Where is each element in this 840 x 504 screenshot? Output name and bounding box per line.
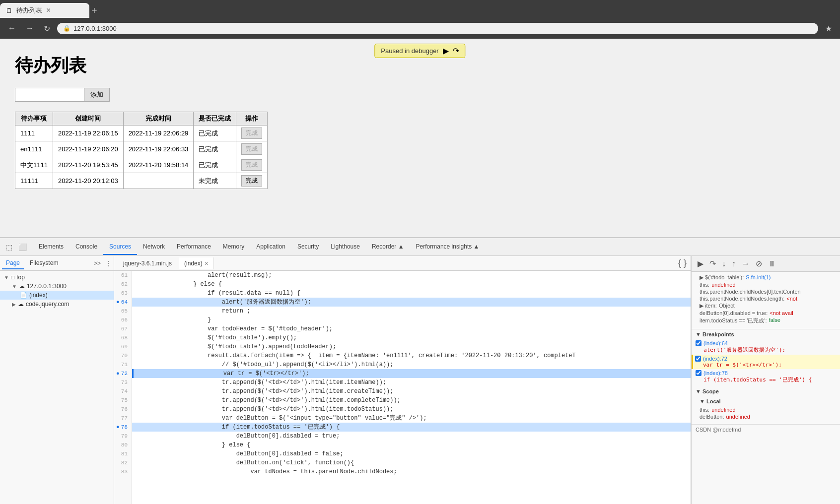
code-line-80: } else { [132, 441, 691, 449]
line-number-61[interactable]: 61 [114, 271, 132, 280]
devtools-tab-performance-insights-▲[interactable]: Performance insights ▲ [410, 239, 486, 255]
table-cell-action: 完成 [236, 141, 268, 157]
line-number-77[interactable]: 77 [114, 414, 132, 423]
code-line-67: var todoHeader = $('#todo_header'); [132, 324, 691, 333]
devtools-tab-application[interactable]: Application [250, 239, 291, 255]
line-number-79[interactable]: 79 [114, 432, 132, 441]
address-bar[interactable]: 🔒 127.0.0.1:3000 [57, 23, 818, 34]
extensions-button[interactable]: ★ [822, 22, 835, 35]
watch-row-4: this.parentNode.childNodes.length: <not [700, 295, 836, 302]
devtools-tab-sources[interactable]: Sources [103, 239, 137, 255]
step-btn[interactable]: → [740, 258, 752, 269]
sidebar-options-button[interactable]: ⋮ [105, 259, 112, 267]
line-number-73[interactable]: 73 [114, 378, 132, 387]
devtools-tab-memory[interactable]: Memory [217, 239, 250, 255]
line-number-69[interactable]: 69 [114, 342, 132, 351]
devtools-tab-performance[interactable]: Performance [171, 239, 217, 255]
resume-button[interactable]: ▶ [443, 46, 449, 56]
step-into-btn[interactable]: ↓ [720, 258, 728, 269]
forward-button[interactable]: → [23, 22, 37, 35]
line-number-83[interactable]: 83 [114, 467, 132, 476]
code-line-79: delButton[0].disabled = true; [132, 432, 691, 441]
devtools-body: Page Filesystem >> ⋮ ▼ □ top ▼ ☁ 127.0.0… [0, 256, 840, 504]
complete-button[interactable]: 完成 [241, 159, 262, 171]
devtools-tab-network[interactable]: Network [137, 239, 171, 255]
tree-item-host[interactable]: ▼ ☁ 127.0.0.1:3000 [0, 282, 114, 291]
back-button[interactable]: ← [5, 22, 19, 35]
devtools-tab-security[interactable]: Security [291, 239, 325, 255]
reload-button[interactable]: ↻ [41, 22, 53, 35]
code-line-70: result.data.forEach(item => { item = {it… [132, 351, 691, 360]
tree-item-jquery[interactable]: ▶ ☁ code.jquery.com [0, 300, 114, 309]
line-number-64[interactable]: 64 [114, 298, 132, 307]
file-tab-index-label: (index) [184, 260, 203, 267]
code-line-68: $('#todo_table').empty(); [132, 333, 691, 342]
pause-resume-button[interactable]: ▶ [696, 258, 705, 269]
inspect-element-button[interactable]: ⬚ [4, 241, 14, 253]
line-number-81[interactable]: 81 [114, 449, 132, 458]
tree-arrow-jquery: ▶ [12, 302, 16, 307]
complete-button[interactable]: 完成 [241, 143, 262, 155]
line-number-75[interactable]: 75 [114, 396, 132, 405]
table-cell-item: 中文1111 [15, 157, 53, 173]
code-line-63: if (result.data == null) { [132, 289, 691, 298]
line-number-78[interactable]: 78 [114, 423, 132, 432]
tree-item-top[interactable]: ▼ □ top [0, 273, 114, 282]
bp-checkbox-78[interactable] [696, 370, 701, 376]
tab-page[interactable]: Page [2, 257, 24, 269]
step-over-btn[interactable]: ↷ [707, 258, 718, 269]
local-scope-header[interactable]: ▼ Local [692, 396, 840, 406]
code-line-62: } else { [132, 280, 691, 289]
line-number-70[interactable]: 70 [114, 351, 132, 360]
code-line-83: var tdNodes = this.parentNode.childNodes… [132, 467, 691, 476]
line-number-82[interactable]: 82 [114, 458, 132, 467]
scope-header[interactable]: ▼ Scope [692, 386, 840, 396]
device-toolbar-button[interactable]: ⬜ [16, 241, 29, 253]
line-number-76[interactable]: 76 [114, 405, 132, 414]
line-number-66[interactable]: 66 [114, 315, 132, 324]
table-cell-action: 完成 [236, 173, 268, 189]
breakpoints-header[interactable]: ▼ Breakpoints [692, 329, 840, 339]
line-number-68[interactable]: 68 [114, 333, 132, 342]
complete-button[interactable]: 完成 [241, 127, 262, 139]
file-tab-jquery[interactable]: jquery-3.6.1.min.js [118, 258, 177, 269]
tab-filesystem[interactable]: Filesystem [26, 257, 62, 269]
tree-label-index: (index) [29, 292, 48, 299]
line-number-62[interactable]: 62 [114, 280, 132, 289]
line-number-80[interactable]: 80 [114, 441, 132, 449]
file-tab-index[interactable]: (index) × [179, 257, 214, 269]
bp-checkbox-72[interactable] [695, 356, 701, 362]
more-tabs-button[interactable]: >> [94, 260, 101, 267]
breakpoints-section: ▼ Breakpoints (index):64 alert('服务器返回数据为… [692, 329, 840, 384]
tab-close-button[interactable]: × [46, 6, 51, 15]
devtools-tab-recorder-▲[interactable]: Recorder ▲ [366, 239, 410, 255]
devtools-tab-console[interactable]: Console [70, 239, 103, 255]
line-number-71[interactable]: 71 [114, 360, 132, 369]
sources-main: jquery-3.6.1.min.js (index) × { } 616263… [114, 256, 691, 504]
code-line-77: var delButton = $('<input type="button" … [132, 414, 691, 423]
new-tab-button[interactable]: + [91, 5, 97, 16]
deactivate-breakpoints-btn[interactable]: ⊘ [754, 258, 764, 269]
table-cell-status: 已完成 [194, 141, 236, 157]
line-number-65[interactable]: 65 [114, 307, 132, 315]
format-source-button[interactable]: { } [678, 258, 687, 268]
line-number-72[interactable]: 72 [114, 369, 132, 378]
watch-content: ▶ $('#todo_table'): S.fn.init(1) this: u… [692, 274, 840, 327]
add-button[interactable]: 添加 [84, 88, 110, 102]
local-this: this: undefined [700, 406, 836, 413]
line-number-74[interactable]: 74 [114, 387, 132, 396]
pause-on-exceptions-btn[interactable]: ⏸ [766, 258, 778, 269]
step-over-button[interactable]: ↷ [453, 46, 459, 56]
line-number-67[interactable]: 67 [114, 324, 132, 333]
complete-button[interactable]: 完成 [241, 175, 262, 187]
browser-tab[interactable]: 🗒 待办列表 × [0, 3, 89, 18]
devtools-tab-elements[interactable]: Elements [33, 239, 70, 255]
line-number-63[interactable]: 63 [114, 289, 132, 298]
local-scope-content: this: undefined delButton: undefined [692, 406, 840, 422]
devtools-tab-lighthouse[interactable]: Lighthouse [325, 239, 366, 255]
step-out-btn[interactable]: ↑ [730, 258, 738, 269]
bp-checkbox-64[interactable] [696, 340, 701, 346]
file-tab-close-button[interactable]: × [205, 259, 209, 267]
todo-input[interactable] [15, 88, 84, 102]
tree-item-index[interactable]: 📄 (index) [0, 291, 114, 300]
